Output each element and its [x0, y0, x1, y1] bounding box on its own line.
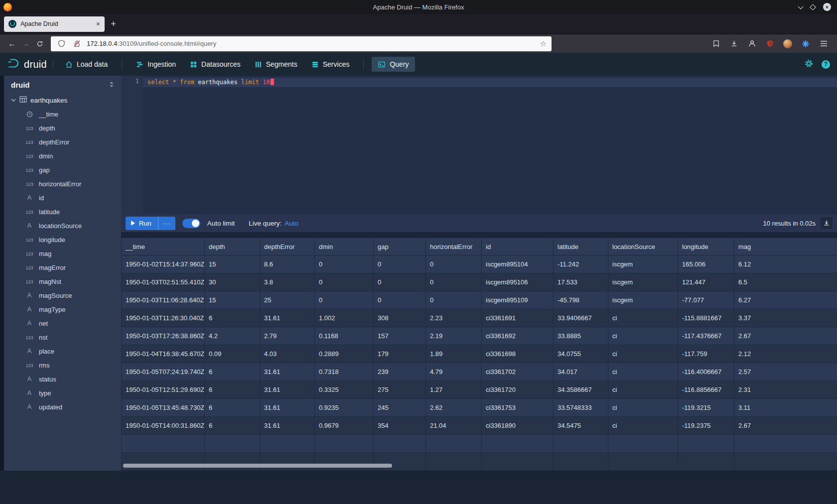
- nav-item-load-data[interactable]: Load data: [59, 57, 114, 72]
- sidebar-column-dmin[interactable]: 123dmin: [4, 149, 121, 163]
- column-header-locationSource[interactable]: locationSource: [608, 238, 678, 255]
- table-cell[interactable]: ci3361702: [482, 363, 554, 381]
- table-cell[interactable]: 0: [315, 291, 374, 309]
- nav-item-services[interactable]: Services: [305, 57, 356, 72]
- url-bar[interactable]: 172.18.0.4:30109/unified-console.html#qu…: [51, 36, 552, 51]
- table-cell[interactable]: 3.37: [734, 309, 837, 327]
- browser-tab[interactable]: Apache Druid ×: [4, 16, 105, 32]
- live-query-value[interactable]: Auto: [284, 220, 298, 227]
- table-cell[interactable]: 354: [374, 417, 426, 435]
- account-icon[interactable]: [746, 38, 757, 49]
- table-cell[interactable]: 0.1168: [315, 327, 374, 345]
- table-cell[interactable]: 0: [374, 255, 426, 273]
- table-cell[interactable]: -119.2375: [678, 417, 734, 435]
- table-cell[interactable]: iscgem: [608, 255, 678, 273]
- sql-editor[interactable]: 1 select * from earthquakes limit 10: [121, 76, 837, 214]
- column-header-mag[interactable]: mag: [734, 238, 837, 255]
- menu-hamburger-icon[interactable]: [818, 38, 829, 49]
- table-cell[interactable]: 0: [426, 273, 482, 291]
- settings-gear-icon[interactable]: [804, 59, 814, 70]
- table-cell[interactable]: 33.9406667: [554, 309, 608, 327]
- save-to-pocket-icon[interactable]: [710, 38, 721, 49]
- table-cell[interactable]: ci3361753: [482, 399, 554, 417]
- ublock-shield-icon[interactable]: [764, 38, 775, 49]
- table-cell[interactable]: 3.8: [260, 273, 315, 291]
- table-cell[interactable]: iscgem895106: [482, 273, 554, 291]
- table-cell[interactable]: 1950-01-04T16:38:45.670Z: [122, 345, 205, 363]
- column-header-dmin[interactable]: dmin: [315, 238, 374, 255]
- druid-brand[interactable]: druid: [7, 58, 47, 71]
- table-cell[interactable]: 25: [260, 291, 315, 309]
- table-cell[interactable]: 6: [205, 381, 260, 399]
- table-cell[interactable]: 4.2: [205, 327, 260, 345]
- bookmark-star-icon[interactable]: ☆: [540, 39, 547, 48]
- profile-avatar-icon[interactable]: [782, 38, 793, 49]
- table-cell[interactable]: 21.04: [426, 417, 482, 435]
- forward-button[interactable]: →: [19, 37, 33, 51]
- table-cell[interactable]: 0: [374, 291, 426, 309]
- table-cell[interactable]: 15: [205, 291, 260, 309]
- url-text[interactable]: 172.18.0.4:30109/unified-console.html#qu…: [87, 40, 536, 47]
- run-button[interactable]: Run: [126, 217, 158, 230]
- column-header-id[interactable]: id: [482, 238, 554, 255]
- table-cell[interactable]: 30: [205, 273, 260, 291]
- table-cell[interactable]: 0.7318: [315, 363, 374, 381]
- table-cell[interactable]: 2.19: [426, 327, 482, 345]
- tracking-shield-icon[interactable]: [56, 38, 67, 49]
- sidebar-column-net[interactable]: Anet: [4, 316, 121, 330]
- column-header-__time[interactable]: __time: [122, 238, 205, 255]
- datasource-row-earthquakes[interactable]: earthquakes: [4, 93, 121, 107]
- column-header-gap[interactable]: gap: [374, 238, 426, 255]
- table-cell[interactable]: 1950-01-05T07:24:19.740Z: [122, 363, 205, 381]
- download-results-button[interactable]: [821, 217, 833, 229]
- table-cell[interactable]: iscgem: [608, 291, 678, 309]
- table-cell[interactable]: 2.67: [734, 417, 837, 435]
- sidebar-column-updated[interactable]: Aupdated: [4, 400, 121, 414]
- table-cell[interactable]: ci: [608, 363, 678, 381]
- table-cell[interactable]: 31.61: [260, 381, 315, 399]
- table-cell[interactable]: 34.017: [554, 363, 608, 381]
- table-cell[interactable]: 0: [426, 255, 482, 273]
- table-cell[interactable]: 1.89: [426, 345, 482, 363]
- table-cell[interactable]: 3.11: [734, 399, 837, 417]
- table-cell[interactable]: 2.62: [426, 399, 482, 417]
- sidebar-column-__time[interactable]: __time: [4, 107, 121, 121]
- sidebar-column-mag[interactable]: 123mag: [4, 247, 121, 260]
- table-cell[interactable]: 1950-01-02T15:14:37.960Z: [122, 255, 205, 273]
- maximize-button[interactable]: [810, 4, 816, 10]
- sidebar-column-status[interactable]: Astatus: [4, 372, 121, 386]
- table-cell[interactable]: 0: [426, 291, 482, 309]
- table-cell[interactable]: 33.8885: [554, 327, 608, 345]
- table-cell[interactable]: 6: [205, 309, 260, 327]
- table-cell[interactable]: ci: [608, 345, 678, 363]
- table-cell[interactable]: 1950-01-05T12:51:29.690Z: [122, 381, 205, 399]
- table-cell[interactable]: 1950-01-05T14:00:31.860Z: [122, 417, 205, 435]
- table-cell[interactable]: 34.0755: [554, 345, 608, 363]
- sidebar-column-depth[interactable]: 123depth: [4, 121, 121, 135]
- back-button[interactable]: ←: [5, 37, 19, 51]
- close-button[interactable]: ×: [823, 3, 831, 11]
- table-cell[interactable]: 0: [315, 273, 374, 291]
- table-cell[interactable]: 308: [374, 309, 426, 327]
- table-cell[interactable]: 0: [315, 255, 374, 273]
- table-cell[interactable]: 2.12: [734, 345, 837, 363]
- table-cell[interactable]: 6.12: [734, 255, 837, 273]
- table-cell[interactable]: 0.2889: [315, 345, 374, 363]
- table-cell[interactable]: ci3361890: [482, 417, 554, 435]
- editor-code-area[interactable]: select * from earthquakes limit 10: [143, 76, 837, 214]
- table-cell[interactable]: 2.31: [734, 381, 837, 399]
- horizontal-scrollbar[interactable]: [123, 464, 392, 468]
- table-cell[interactable]: 239: [374, 363, 426, 381]
- nav-item-segments[interactable]: Segments: [249, 57, 303, 72]
- table-cell[interactable]: 4.79: [426, 363, 482, 381]
- table-cell[interactable]: 33.5748333: [554, 399, 608, 417]
- table-cell[interactable]: ci3361692: [482, 327, 554, 345]
- table-cell[interactable]: -116.8856667: [678, 381, 734, 399]
- nav-item-ingestion[interactable]: Ingestion: [130, 57, 182, 72]
- run-more-button[interactable]: ···: [158, 217, 175, 230]
- table-cell[interactable]: 0.09: [205, 345, 260, 363]
- table-cell[interactable]: 34.5475: [554, 417, 608, 435]
- table-cell[interactable]: 31.61: [260, 309, 315, 327]
- column-header-depth[interactable]: depth: [205, 238, 260, 255]
- table-cell[interactable]: 157: [374, 327, 426, 345]
